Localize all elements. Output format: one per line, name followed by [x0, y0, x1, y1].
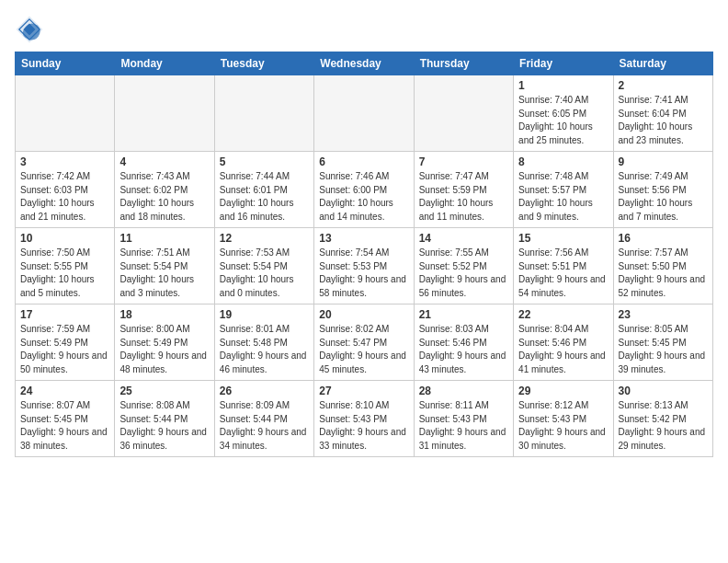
calendar-day: 11Sunrise: 7:51 AMSunset: 5:54 PMDayligh… — [115, 228, 214, 304]
day-info: Sunrise: 7:47 AMSunset: 5:59 PMDaylight:… — [419, 170, 508, 224]
weekday-header-friday: Friday — [514, 52, 613, 75]
calendar-day: 16Sunrise: 7:57 AMSunset: 5:50 PMDayligh… — [613, 228, 712, 304]
calendar-day: 14Sunrise: 7:55 AMSunset: 5:52 PMDayligh… — [414, 228, 513, 304]
day-info: Sunrise: 8:08 AMSunset: 5:44 PMDaylight:… — [119, 399, 209, 453]
date-number: 6 — [319, 155, 408, 168]
day-info: Sunrise: 8:09 AMSunset: 5:44 PMDaylight:… — [220, 399, 309, 453]
calendar-day: 30Sunrise: 8:13 AMSunset: 5:42 PMDayligh… — [613, 381, 712, 457]
day-info: Sunrise: 7:55 AMSunset: 5:52 PMDaylight:… — [419, 247, 508, 300]
calendar-day: 25Sunrise: 8:08 AMSunset: 5:44 PMDayligh… — [115, 381, 214, 457]
date-number: 28 — [419, 385, 508, 397]
calendar-day: 1Sunrise: 7:40 AMSunset: 6:05 PMDaylight… — [514, 75, 613, 152]
date-number: 29 — [518, 385, 608, 397]
page-header — [15, 15, 713, 44]
calendar-day: 2Sunrise: 7:41 AMSunset: 6:04 PMDaylight… — [613, 75, 712, 152]
day-info: Sunrise: 7:54 AMSunset: 5:53 PMDaylight:… — [319, 247, 408, 300]
day-info: Sunrise: 7:44 AMSunset: 6:01 PMDaylight:… — [220, 170, 309, 224]
day-info: Sunrise: 8:12 AMSunset: 5:43 PMDaylight:… — [518, 399, 608, 453]
calendar-day: 26Sunrise: 8:09 AMSunset: 5:44 PMDayligh… — [214, 381, 313, 457]
date-number: 17 — [20, 308, 109, 321]
date-number: 24 — [20, 385, 109, 397]
day-info: Sunrise: 8:11 AMSunset: 5:43 PMDaylight:… — [419, 399, 508, 453]
day-info: Sunrise: 7:40 AMSunset: 6:05 PMDaylight:… — [518, 94, 608, 147]
calendar-day: 23Sunrise: 8:05 AMSunset: 5:45 PMDayligh… — [613, 304, 712, 381]
calendar-day: 10Sunrise: 7:50 AMSunset: 5:55 PMDayligh… — [16, 228, 115, 304]
date-number: 20 — [319, 308, 408, 321]
day-info: Sunrise: 8:13 AMSunset: 5:42 PMDaylight:… — [619, 399, 708, 453]
day-info: Sunrise: 7:56 AMSunset: 5:51 PMDaylight:… — [518, 247, 608, 300]
weekday-header-monday: Monday — [115, 52, 214, 75]
calendar-day — [314, 75, 414, 152]
day-info: Sunrise: 8:04 AMSunset: 5:46 PMDaylight:… — [518, 323, 608, 376]
date-number: 14 — [419, 232, 508, 245]
day-info: Sunrise: 8:07 AMSunset: 5:45 PMDaylight:… — [20, 399, 109, 453]
calendar-header-row: SundayMondayTuesdayWednesdayThursdayFrid… — [16, 52, 713, 75]
calendar-day — [214, 75, 313, 152]
day-info: Sunrise: 8:10 AMSunset: 5:43 PMDaylight:… — [319, 399, 408, 453]
calendar-day: 20Sunrise: 8:02 AMSunset: 5:47 PMDayligh… — [314, 304, 414, 381]
calendar-day: 24Sunrise: 8:07 AMSunset: 5:45 PMDayligh… — [16, 381, 115, 457]
weekday-header-tuesday: Tuesday — [214, 52, 313, 75]
logo — [15, 15, 48, 44]
date-number: 22 — [518, 308, 608, 321]
calendar-week-3: 10Sunrise: 7:50 AMSunset: 5:55 PMDayligh… — [16, 228, 713, 304]
date-number: 23 — [619, 308, 708, 321]
calendar-day: 17Sunrise: 7:59 AMSunset: 5:49 PMDayligh… — [16, 304, 115, 381]
date-number: 1 — [518, 79, 608, 92]
date-number: 26 — [220, 385, 309, 397]
day-info: Sunrise: 7:43 AMSunset: 6:02 PMDaylight:… — [119, 170, 209, 224]
calendar-day: 28Sunrise: 8:11 AMSunset: 5:43 PMDayligh… — [414, 381, 513, 457]
calendar-day: 9Sunrise: 7:49 AMSunset: 5:56 PMDaylight… — [613, 152, 712, 228]
calendar-day: 5Sunrise: 7:44 AMSunset: 6:01 PMDaylight… — [214, 152, 313, 228]
calendar-day: 27Sunrise: 8:10 AMSunset: 5:43 PMDayligh… — [314, 381, 414, 457]
day-info: Sunrise: 7:42 AMSunset: 6:03 PMDaylight:… — [20, 170, 109, 224]
calendar-day: 15Sunrise: 7:56 AMSunset: 5:51 PMDayligh… — [514, 228, 613, 304]
date-number: 10 — [20, 232, 109, 245]
calendar-week-4: 17Sunrise: 7:59 AMSunset: 5:49 PMDayligh… — [16, 304, 713, 381]
date-number: 3 — [20, 155, 109, 168]
calendar-week-1: 1Sunrise: 7:40 AMSunset: 6:05 PMDaylight… — [16, 75, 713, 152]
calendar-day: 21Sunrise: 8:03 AMSunset: 5:46 PMDayligh… — [414, 304, 513, 381]
weekday-header-wednesday: Wednesday — [314, 52, 414, 75]
date-number: 25 — [119, 385, 209, 397]
date-number: 15 — [518, 232, 608, 245]
date-number: 8 — [518, 155, 608, 168]
date-number: 19 — [220, 308, 309, 321]
calendar-day — [115, 75, 214, 152]
day-info: Sunrise: 8:02 AMSunset: 5:47 PMDaylight:… — [319, 323, 408, 376]
calendar-day: 29Sunrise: 8:12 AMSunset: 5:43 PMDayligh… — [514, 381, 613, 457]
weekday-header-saturday: Saturday — [613, 52, 712, 75]
date-number: 2 — [619, 79, 708, 92]
day-info: Sunrise: 7:50 AMSunset: 5:55 PMDaylight:… — [20, 247, 109, 300]
calendar-day: 8Sunrise: 7:48 AMSunset: 5:57 PMDaylight… — [514, 152, 613, 228]
day-info: Sunrise: 7:53 AMSunset: 5:54 PMDaylight:… — [220, 247, 309, 300]
day-info: Sunrise: 7:57 AMSunset: 5:50 PMDaylight:… — [619, 247, 708, 300]
calendar-week-5: 24Sunrise: 8:07 AMSunset: 5:45 PMDayligh… — [16, 381, 713, 457]
date-number: 9 — [619, 155, 708, 168]
calendar-day: 22Sunrise: 8:04 AMSunset: 5:46 PMDayligh… — [514, 304, 613, 381]
calendar-day — [16, 75, 115, 152]
date-number: 4 — [119, 155, 209, 168]
weekday-header-thursday: Thursday — [414, 52, 513, 75]
day-info: Sunrise: 7:48 AMSunset: 5:57 PMDaylight:… — [518, 170, 608, 224]
calendar-day: 3Sunrise: 7:42 AMSunset: 6:03 PMDaylight… — [16, 152, 115, 228]
date-number: 16 — [619, 232, 708, 245]
date-number: 7 — [419, 155, 508, 168]
calendar-week-2: 3Sunrise: 7:42 AMSunset: 6:03 PMDaylight… — [16, 152, 713, 228]
day-info: Sunrise: 8:05 AMSunset: 5:45 PMDaylight:… — [619, 323, 708, 376]
calendar-day: 19Sunrise: 8:01 AMSunset: 5:48 PMDayligh… — [214, 304, 313, 381]
calendar-table: SundayMondayTuesdayWednesdayThursdayFrid… — [15, 52, 713, 457]
date-number: 11 — [119, 232, 209, 245]
calendar-day: 4Sunrise: 7:43 AMSunset: 6:02 PMDaylight… — [115, 152, 214, 228]
calendar-day: 18Sunrise: 8:00 AMSunset: 5:49 PMDayligh… — [115, 304, 214, 381]
date-number: 30 — [619, 385, 708, 397]
logo-icon — [15, 15, 44, 44]
date-number: 27 — [319, 385, 408, 397]
calendar-day: 12Sunrise: 7:53 AMSunset: 5:54 PMDayligh… — [214, 228, 313, 304]
calendar-day: 7Sunrise: 7:47 AMSunset: 5:59 PMDaylight… — [414, 152, 513, 228]
date-number: 5 — [220, 155, 309, 168]
date-number: 12 — [220, 232, 309, 245]
day-info: Sunrise: 8:01 AMSunset: 5:48 PMDaylight:… — [220, 323, 309, 376]
weekday-header-sunday: Sunday — [16, 52, 115, 75]
day-info: Sunrise: 7:41 AMSunset: 6:04 PMDaylight:… — [619, 94, 708, 147]
